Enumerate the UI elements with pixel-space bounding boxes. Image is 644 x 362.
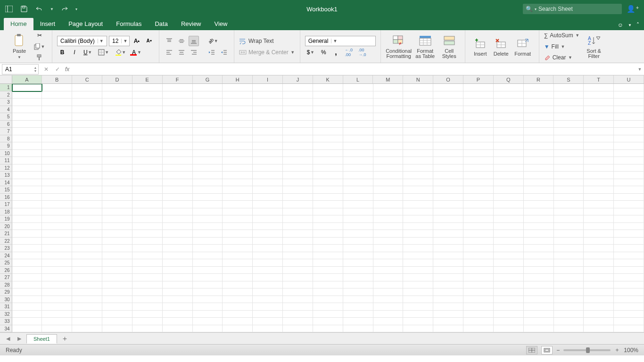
cell[interactable] — [554, 157, 584, 165]
cell[interactable] — [403, 165, 433, 172]
cell[interactable] — [554, 325, 584, 333]
cell[interactable] — [524, 99, 554, 106]
cell[interactable] — [463, 267, 494, 274]
cell[interactable] — [72, 288, 102, 296]
cell[interactable] — [193, 135, 223, 143]
cell[interactable] — [223, 201, 253, 208]
row-header[interactable]: 21 — [0, 230, 12, 238]
cell[interactable] — [584, 259, 614, 267]
cell[interactable] — [42, 230, 72, 238]
cell[interactable] — [132, 84, 163, 91]
cell[interactable] — [554, 311, 584, 318]
cell[interactable] — [253, 238, 283, 245]
cell[interactable] — [283, 172, 313, 179]
cell[interactable] — [283, 238, 313, 245]
cell[interactable] — [403, 172, 433, 179]
cell[interactable] — [12, 165, 42, 172]
cell[interactable] — [343, 99, 373, 106]
cell[interactable] — [283, 318, 313, 325]
cell[interactable] — [223, 150, 253, 157]
cell[interactable] — [163, 259, 193, 267]
format-as-table-button[interactable]: Format as Table — [412, 32, 438, 61]
cell[interactable] — [343, 215, 373, 223]
cell[interactable] — [42, 150, 72, 157]
cell[interactable] — [42, 142, 72, 150]
cell[interactable] — [614, 172, 644, 179]
cell[interactable] — [524, 128, 554, 135]
cell[interactable] — [343, 267, 373, 274]
cell[interactable] — [403, 128, 433, 135]
cell[interactable] — [554, 288, 584, 296]
cell[interactable] — [42, 194, 72, 201]
column-header[interactable]: N — [403, 75, 433, 83]
cell[interactable] — [283, 259, 313, 267]
search-sheet-input[interactable]: 🔍 ▾ Search Sheet — [523, 4, 622, 14]
cell[interactable] — [253, 165, 283, 172]
cell[interactable] — [102, 99, 132, 106]
row-header[interactable]: 26 — [0, 267, 12, 274]
cell[interactable] — [72, 311, 102, 318]
cell[interactable] — [42, 215, 72, 223]
cell[interactable] — [132, 142, 163, 150]
tab-home[interactable]: Home — [4, 18, 33, 30]
cell[interactable] — [12, 194, 42, 201]
cell[interactable] — [433, 91, 463, 99]
cell[interactable] — [373, 91, 404, 99]
cell[interactable] — [132, 99, 163, 106]
cell[interactable] — [433, 296, 463, 304]
cell[interactable] — [433, 172, 463, 179]
row-header[interactable]: 17 — [0, 201, 12, 208]
cell[interactable] — [102, 106, 132, 114]
cell[interactable] — [554, 259, 584, 267]
cell[interactable] — [223, 318, 253, 325]
cell[interactable] — [373, 238, 404, 245]
cell[interactable] — [163, 296, 193, 304]
cell[interactable] — [253, 303, 283, 311]
cell[interactable] — [584, 303, 614, 311]
cell[interactable] — [433, 99, 463, 106]
cell[interactable] — [463, 238, 494, 245]
cell[interactable] — [223, 281, 253, 289]
orientation-button[interactable]: ab▼ — [206, 36, 220, 46]
cell[interactable] — [12, 179, 42, 187]
cell[interactable] — [102, 113, 132, 121]
cell[interactable] — [163, 113, 193, 121]
row-header[interactable]: 19 — [0, 215, 12, 223]
cell[interactable] — [614, 230, 644, 238]
cell[interactable] — [42, 208, 72, 216]
cell[interactable] — [253, 245, 283, 252]
cell[interactable] — [433, 288, 463, 296]
cell[interactable] — [554, 150, 584, 157]
cell[interactable] — [12, 303, 42, 311]
cell[interactable] — [614, 238, 644, 245]
cell[interactable] — [72, 172, 102, 179]
sheet-nav-prev[interactable]: ◀ — [4, 336, 12, 342]
cell[interactable] — [132, 318, 163, 325]
cell[interactable] — [72, 296, 102, 304]
cell[interactable] — [163, 245, 193, 252]
cell[interactable] — [42, 106, 72, 114]
cell[interactable] — [313, 165, 343, 172]
cell[interactable] — [193, 142, 223, 150]
cell[interactable] — [584, 296, 614, 304]
align-center-button[interactable] — [176, 47, 187, 58]
comma-button[interactable]: , — [330, 47, 341, 58]
cell[interactable] — [72, 215, 102, 223]
cell[interactable] — [403, 99, 433, 106]
cell[interactable] — [223, 84, 253, 91]
cell[interactable] — [313, 267, 343, 274]
cell[interactable] — [102, 318, 132, 325]
cell[interactable] — [584, 208, 614, 216]
cell[interactable] — [313, 252, 343, 260]
cell[interactable] — [343, 325, 373, 333]
cell[interactable] — [494, 186, 524, 194]
cell[interactable] — [463, 252, 494, 260]
cell[interactable] — [163, 238, 193, 245]
cell[interactable] — [373, 179, 404, 187]
cell[interactable] — [463, 150, 494, 157]
cell[interactable] — [343, 121, 373, 128]
cell[interactable] — [283, 215, 313, 223]
cell[interactable] — [283, 165, 313, 172]
cell[interactable] — [313, 281, 343, 289]
cell[interactable] — [193, 311, 223, 318]
